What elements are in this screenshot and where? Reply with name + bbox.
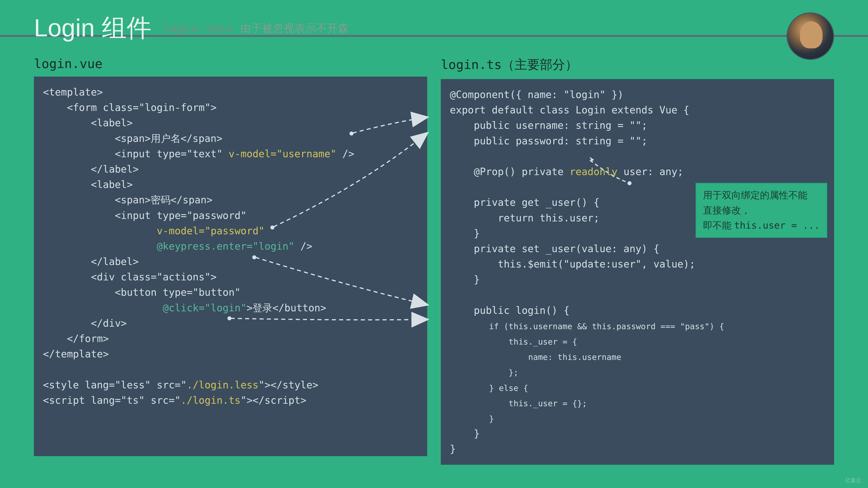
slide-note: 由于被忽视表示不开森: [240, 21, 349, 35]
login-vue-code: <template> <form class="login-form"> <la…: [34, 76, 427, 456]
slide-subtitle: login.less: [163, 22, 234, 35]
readonly-tooltip: 用于双向绑定的属性不能 直接修改， 即不能 this.user = ...: [695, 183, 827, 238]
slide-title: Login 组件: [34, 11, 151, 45]
left-panel-title: login.vue: [34, 56, 427, 71]
slide-header: Login 组件 login.less 由于被忽视表示不开森: [0, 0, 868, 50]
slide-content: login.vue <template> <form class="login-…: [0, 50, 868, 465]
right-panel-title: login.ts（主要部分）: [441, 56, 834, 73]
login-ts-code: @Component({ name: "login" }) export def…: [441, 79, 834, 465]
left-column: login.vue <template> <form class="login-…: [34, 56, 427, 465]
right-column: login.ts（主要部分） @Component({ name: "login…: [441, 56, 834, 465]
tooltip-line1: 用于双向绑定的属性不能: [703, 188, 820, 203]
tooltip-line2: 直接修改，: [703, 203, 820, 218]
watermark: 亿速云: [845, 477, 861, 484]
tooltip-line3: 即不能 this.user = ...: [703, 218, 820, 233]
